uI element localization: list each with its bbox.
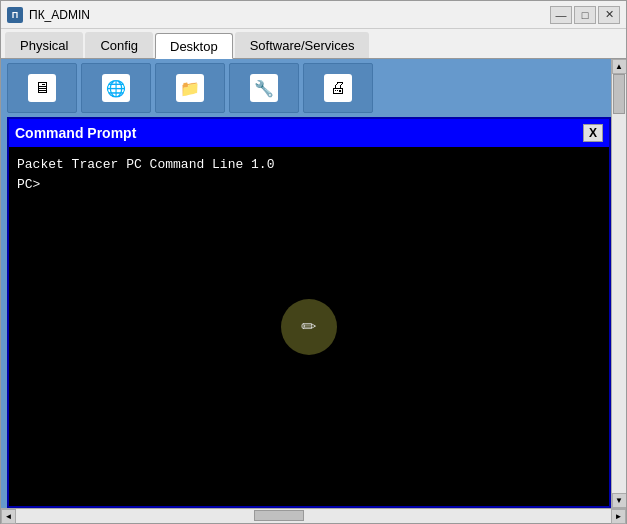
cursor-overlay: ✎: [281, 299, 337, 355]
title-bar-left: П ПК_ADMIN: [7, 7, 90, 23]
desktop-icon-1[interactable]: 🖥: [7, 63, 77, 113]
icon1-image: 🖥: [28, 74, 56, 102]
tab-config[interactable]: Config: [85, 32, 153, 58]
title-bar: П ПК_ADMIN — □ ✕: [1, 1, 626, 29]
desktop-area: 🖥 🌐 📁 🔧 🖨 Command Prompt X: [1, 59, 626, 508]
cmd-title-bar: Command Prompt X: [9, 119, 609, 147]
maximize-button[interactable]: □: [574, 6, 596, 24]
icon3-image: 📁: [176, 74, 204, 102]
window-title: ПК_ADMIN: [29, 8, 90, 22]
cmd-body[interactable]: Packet Tracer PC Command Line 1.0 PC> ✎: [9, 147, 609, 506]
minimize-button[interactable]: —: [550, 6, 572, 24]
scroll-down-button[interactable]: ▼: [612, 493, 627, 508]
scroll-up-button[interactable]: ▲: [612, 59, 627, 74]
desktop-icon-5[interactable]: 🖨: [303, 63, 373, 113]
icon2-image: 🌐: [102, 74, 130, 102]
tab-desktop[interactable]: Desktop: [155, 33, 233, 59]
cmd-output: Packet Tracer PC Command Line 1.0 PC>: [17, 155, 601, 194]
scroll-track-bottom[interactable]: [16, 509, 611, 523]
window-controls: — □ ✕: [550, 6, 620, 24]
scrollbar-right[interactable]: ▲ ▼: [611, 59, 626, 508]
close-button[interactable]: ✕: [598, 6, 620, 24]
cmd-title: Command Prompt: [15, 125, 136, 141]
desktop-icon-2[interactable]: 🌐: [81, 63, 151, 113]
desktop-icons-strip: 🖥 🌐 📁 🔧 🖨: [1, 59, 626, 117]
desktop-icon-3[interactable]: 📁: [155, 63, 225, 113]
window-icon: П: [7, 7, 23, 23]
scrollbar-bottom[interactable]: ◄ ►: [1, 508, 626, 523]
command-prompt-window: Command Prompt X Packet Tracer PC Comman…: [7, 117, 611, 508]
tab-software[interactable]: Software/Services: [235, 32, 370, 58]
cursor-icon: ✎: [295, 312, 323, 340]
scroll-thumb-bottom[interactable]: [254, 510, 304, 521]
icon4-image: 🔧: [250, 74, 278, 102]
main-window: П ПК_ADMIN — □ ✕ Physical Config Desktop: [0, 0, 627, 524]
scroll-left-button[interactable]: ◄: [1, 509, 16, 524]
tab-bar: Physical Config Desktop Software/Service…: [1, 29, 626, 59]
cmd-close-button[interactable]: X: [583, 124, 603, 142]
icon5-image: 🖨: [324, 74, 352, 102]
scroll-track-right[interactable]: [612, 74, 626, 493]
scroll-right-button[interactable]: ►: [611, 509, 626, 524]
tab-physical[interactable]: Physical: [5, 32, 83, 58]
scroll-thumb-right[interactable]: [613, 74, 625, 114]
desktop-icon-4[interactable]: 🔧: [229, 63, 299, 113]
